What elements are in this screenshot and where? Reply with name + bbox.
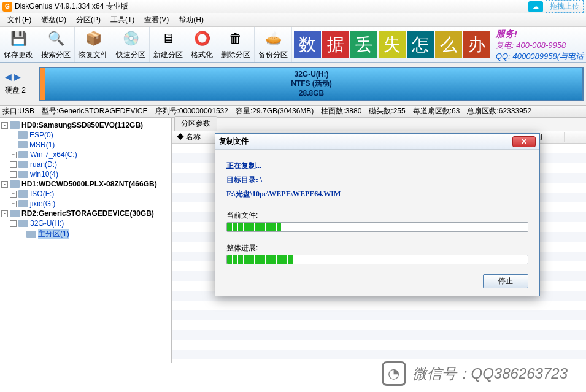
toolbar-icon: 🖥: [158, 29, 178, 48]
toolbar-icon: 🔍: [46, 29, 66, 48]
progress-total: [226, 255, 528, 264]
toolbar-button[interactable]: ⭕格式化: [187, 27, 217, 62]
toolbar-button[interactable]: 💾保存更改: [0, 27, 37, 62]
tab-strip: 分区参数: [172, 118, 586, 131]
menu-item[interactable]: 文件(F): [2, 13, 36, 26]
toolbar-label: 保存更改: [4, 50, 33, 60]
toolbar-label: 恢复文件: [79, 50, 108, 60]
info-serial: 序列号:000000001532: [155, 106, 228, 117]
menu-item[interactable]: 查看(V): [139, 13, 174, 26]
app-icon: G: [2, 2, 12, 12]
watermark: ◔ 微信号：QQ386263723: [382, 361, 568, 386]
dialog-target-label: 目标目录: \: [226, 175, 528, 185]
menu-item[interactable]: 分区(P): [71, 13, 106, 26]
volume-icon: [18, 220, 28, 227]
ad-banner[interactable]: 数据丢失怎么办 DiskGenius团队 为您服务! 复电: 400-008-9…: [292, 27, 586, 62]
volume-icon: [18, 171, 28, 178]
dialog-close-button[interactable]: ✕: [512, 136, 536, 147]
banner-text-3: QQ: 4000089958(与电话同号): [496, 51, 586, 63]
banner-text-2: 复电: 400-008-9958: [496, 40, 586, 51]
toolbar-label: 备份分区: [258, 50, 288, 60]
menu-item[interactable]: 工具(T): [106, 13, 139, 26]
menu-item[interactable]: 硬盘(D): [36, 13, 71, 26]
tree-label[interactable]: ESP(0): [29, 131, 53, 139]
tree-expander[interactable]: +: [10, 201, 17, 207]
cloud-icon[interactable]: ☁: [528, 1, 543, 12]
disk-map-volume: 32G-U(H:): [295, 70, 329, 79]
dialog-titlebar[interactable]: 复制文件 ✕: [215, 134, 539, 150]
toolbar-label: 搜索分区: [41, 50, 71, 60]
tree-expander[interactable]: +: [10, 152, 17, 158]
drag-upload-button[interactable]: 拖拽上传: [546, 0, 584, 13]
tree-node[interactable]: +32G-U(H:): [1, 218, 170, 228]
tree-label[interactable]: 32G-U(H:): [30, 219, 64, 228]
tree-node[interactable]: +jixie(G:): [1, 199, 170, 209]
copy-dialog: 复制文件 ✕ 正在复制... 目标目录: \ F:\光盘\10pe\WEPE\W…: [215, 133, 540, 296]
banner-char: 办: [463, 31, 490, 58]
toolbar-icon: 🗑: [226, 29, 245, 48]
tree-label[interactable]: HD0:SamsungSSD850EVO(112GB): [21, 121, 143, 129]
tree-expander[interactable]: -: [1, 181, 8, 188]
wechat-icon: ◔: [382, 361, 406, 386]
toolbar-button[interactable]: 🗑删除分区: [217, 27, 255, 62]
info-cylinders: 柱面数:3880: [321, 106, 361, 117]
disk-index-label: 硬盘 2: [5, 85, 26, 96]
tree-node[interactable]: +Win 7_x64(C:): [1, 150, 170, 159]
banner-text-1: DiskGenius团队 为您服务!: [496, 27, 586, 40]
toolbar-label: 格式化: [191, 50, 213, 60]
banner-char: 数: [294, 31, 321, 58]
dialog-current-label: 当前文件:: [226, 210, 528, 221]
toolbar-icon: 💾: [9, 29, 28, 48]
tree-expander[interactable]: +: [10, 191, 17, 198]
banner-char: 据: [322, 31, 349, 58]
toolbar-button[interactable]: 📦恢复文件: [75, 27, 112, 62]
tree-label[interactable]: win10(4): [30, 170, 58, 179]
disk-icon: [10, 121, 20, 129]
device-tree[interactable]: -HD0:SamsungSSD850EVO(112GB)ESP(0)MSR(1)…: [0, 118, 172, 363]
tree-label[interactable]: MSR(1): [29, 140, 55, 149]
volume-icon: [18, 190, 28, 198]
tree-node[interactable]: ESP(0): [1, 130, 170, 140]
banner-char: 失: [379, 31, 406, 58]
menubar: 文件(F)硬盘(D)分区(P)工具(T)查看(V)帮助(H): [0, 13, 586, 27]
tree-node[interactable]: +ISO(F:): [1, 189, 170, 199]
menu-item[interactable]: 帮助(H): [174, 13, 209, 26]
tree-label[interactable]: Win 7_x64(C:): [30, 150, 77, 159]
tree-expander[interactable]: +: [10, 161, 17, 168]
info-heads: 磁头数:255: [369, 106, 405, 117]
info-model: 型号:GenericSTORAGEDEVICE: [42, 106, 148, 117]
toolbar-button[interactable]: 🔍搜索分区: [37, 27, 75, 62]
tree-expander[interactable]: -: [1, 210, 8, 217]
progress-current: [226, 222, 528, 232]
toolbar-button[interactable]: 🖥新建分区: [150, 27, 187, 62]
tree-label[interactable]: HD1:WDCWD5000LPLX-08ZNT(466GB): [21, 180, 157, 188]
tree-node[interactable]: MSR(1): [1, 140, 170, 150]
disk-info-bar: 接口:USB 型号:GenericSTORAGEDEVICE 序列号:00000…: [0, 106, 586, 118]
toolbar-button[interactable]: 💿快速分区: [112, 27, 150, 62]
tree-label[interactable]: ISO(F:): [30, 190, 54, 198]
tree-node[interactable]: +win10(4): [1, 169, 170, 179]
disk-icon: [10, 180, 20, 188]
tree-node[interactable]: 主分区(1): [1, 228, 170, 240]
tree-node[interactable]: -HD0:SamsungSSD850EVO(112GB): [1, 120, 170, 130]
volume-icon: [18, 141, 28, 148]
tree-node[interactable]: +ruan(D:): [1, 159, 170, 169]
toolbar-button[interactable]: 🥧备份分区: [255, 27, 292, 62]
toolbar-label: 删除分区: [221, 50, 250, 60]
tree-expander[interactable]: -: [1, 122, 8, 129]
disk-map[interactable]: 32G-U(H:) NTFS (活动) 28.8GB: [39, 67, 584, 101]
disk-map-segment-0[interactable]: [40, 68, 45, 100]
tree-label[interactable]: 主分区(1): [38, 229, 69, 239]
tab[interactable]: 分区参数: [174, 116, 217, 131]
tree-label[interactable]: jixie(G:): [30, 199, 55, 208]
tree-node[interactable]: -HD1:WDCWD5000LPLX-08ZNT(466GB): [1, 179, 170, 189]
disk-nav-arrows[interactable]: ◀ ▶: [5, 72, 21, 82]
stop-button[interactable]: 停止: [483, 274, 528, 288]
tree-expander[interactable]: +: [10, 171, 17, 178]
tree-label[interactable]: RD2:GenericSTORAGEDEVICE(30GB): [21, 209, 154, 218]
tree-label[interactable]: ruan(D:): [30, 160, 57, 169]
dialog-status: 正在复制...: [226, 161, 528, 171]
tree-expander[interactable]: +: [10, 220, 17, 227]
tree-node[interactable]: -RD2:GenericSTORAGEDEVICE(30GB): [1, 209, 170, 218]
toolbar-icon: 💿: [121, 29, 141, 48]
